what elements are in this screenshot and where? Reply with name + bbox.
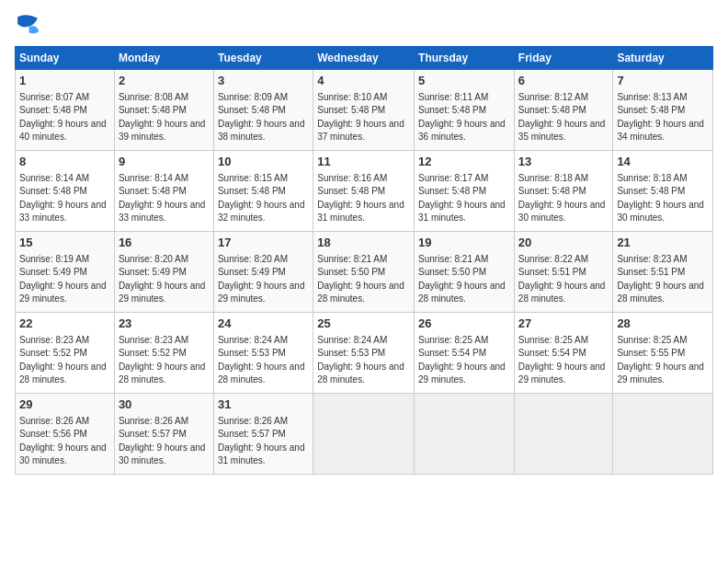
calendar-day-cell: 18 Sunrise: 8:21 AMSunset: 5:50 PMDaylig… — [313, 232, 415, 313]
day-number: 16 — [119, 235, 210, 251]
day-number: 7 — [617, 73, 709, 89]
day-number: 15 — [19, 235, 110, 251]
day-info: Sunrise: 8:25 AMSunset: 5:55 PMDaylight:… — [617, 335, 704, 385]
calendar-week-row: 29 Sunrise: 8:26 AMSunset: 5:56 PMDaylig… — [16, 394, 713, 475]
calendar-day-cell: 22 Sunrise: 8:23 AMSunset: 5:52 PMDaylig… — [16, 313, 115, 394]
day-info: Sunrise: 8:26 AMSunset: 5:57 PMDaylight:… — [218, 416, 305, 466]
calendar-day-cell: 21 Sunrise: 8:23 AMSunset: 5:51 PMDaylig… — [613, 232, 713, 313]
day-of-week-header: Friday — [514, 47, 613, 70]
day-number: 26 — [418, 316, 510, 332]
day-number: 27 — [518, 316, 609, 332]
day-info: Sunrise: 8:24 AMSunset: 5:53 PMDaylight:… — [317, 335, 404, 385]
day-number: 22 — [19, 316, 110, 332]
day-info: Sunrise: 8:08 AMSunset: 5:48 PMDaylight:… — [119, 92, 206, 143]
day-info: Sunrise: 8:07 AMSunset: 5:48 PMDaylight:… — [19, 92, 107, 143]
calendar-day-cell: 8 Sunrise: 8:14 AMSunset: 5:48 PMDayligh… — [16, 151, 115, 232]
calendar-day-cell: 23 Sunrise: 8:23 AMSunset: 5:52 PMDaylig… — [114, 313, 213, 394]
day-info: Sunrise: 8:26 AMSunset: 5:57 PMDaylight:… — [119, 416, 206, 466]
day-info: Sunrise: 8:09 AMSunset: 5:48 PMDaylight:… — [218, 92, 305, 143]
day-of-week-header: Thursday — [415, 47, 515, 70]
calendar-day-cell: 26 Sunrise: 8:25 AMSunset: 5:54 PMDaylig… — [415, 313, 515, 394]
calendar-day-cell: 24 Sunrise: 8:24 AMSunset: 5:53 PMDaylig… — [213, 313, 313, 394]
day-info: Sunrise: 8:19 AMSunset: 5:49 PMDaylight:… — [19, 254, 107, 304]
calendar-day-cell: 28 Sunrise: 8:25 AMSunset: 5:55 PMDaylig… — [613, 313, 713, 394]
day-number: 4 — [317, 73, 410, 89]
day-number: 25 — [317, 316, 410, 332]
day-info: Sunrise: 8:14 AMSunset: 5:48 PMDaylight:… — [19, 173, 107, 224]
calendar-day-cell: 25 Sunrise: 8:24 AMSunset: 5:53 PMDaylig… — [313, 313, 415, 394]
calendar-day-cell: 30 Sunrise: 8:26 AMSunset: 5:57 PMDaylig… — [114, 394, 213, 475]
day-number: 13 — [518, 154, 609, 170]
day-of-week-header: Tuesday — [213, 47, 313, 70]
calendar-week-row: 1 Sunrise: 8:07 AMSunset: 5:48 PMDayligh… — [16, 70, 713, 151]
day-info: Sunrise: 8:26 AMSunset: 5:56 PMDaylight:… — [19, 416, 107, 466]
day-info: Sunrise: 8:23 AMSunset: 5:51 PMDaylight:… — [617, 254, 704, 304]
day-number: 21 — [617, 235, 709, 251]
day-info: Sunrise: 8:22 AMSunset: 5:51 PMDaylight:… — [518, 254, 606, 304]
day-of-week-header: Saturday — [613, 47, 713, 70]
calendar-day-cell: 27 Sunrise: 8:25 AMSunset: 5:54 PMDaylig… — [514, 313, 613, 394]
day-info: Sunrise: 8:18 AMSunset: 5:48 PMDaylight:… — [617, 173, 704, 224]
day-info: Sunrise: 8:14 AMSunset: 5:48 PMDaylight:… — [119, 173, 206, 224]
calendar-day-cell: 2 Sunrise: 8:08 AMSunset: 5:48 PMDayligh… — [114, 70, 213, 151]
day-number: 30 — [119, 396, 210, 413]
calendar-day-cell: 12 Sunrise: 8:17 AMSunset: 5:48 PMDaylig… — [415, 151, 515, 232]
logo — [15, 11, 44, 37]
day-info: Sunrise: 8:20 AMSunset: 5:49 PMDaylight:… — [119, 254, 206, 304]
calendar-day-cell: 13 Sunrise: 8:18 AMSunset: 5:48 PMDaylig… — [514, 151, 613, 232]
day-info: Sunrise: 8:25 AMSunset: 5:54 PMDaylight:… — [518, 335, 606, 385]
calendar-day-cell — [313, 394, 415, 475]
calendar-day-cell: 20 Sunrise: 8:22 AMSunset: 5:51 PMDaylig… — [514, 232, 613, 313]
day-number: 3 — [218, 73, 309, 89]
day-number: 2 — [119, 73, 210, 89]
day-info: Sunrise: 8:18 AMSunset: 5:48 PMDaylight:… — [518, 173, 606, 224]
day-info: Sunrise: 8:23 AMSunset: 5:52 PMDaylight:… — [19, 335, 107, 385]
day-number: 31 — [218, 396, 309, 413]
calendar-day-cell: 16 Sunrise: 8:20 AMSunset: 5:49 PMDaylig… — [114, 232, 213, 313]
day-info: Sunrise: 8:16 AMSunset: 5:48 PMDaylight:… — [317, 173, 404, 224]
day-number: 28 — [617, 316, 709, 332]
day-number: 1 — [19, 73, 110, 89]
calendar-day-cell: 5 Sunrise: 8:11 AMSunset: 5:48 PMDayligh… — [415, 70, 515, 151]
calendar-table: SundayMondayTuesdayWednesdayThursdayFrid… — [15, 46, 713, 475]
calendar-day-cell: 29 Sunrise: 8:26 AMSunset: 5:56 PMDaylig… — [16, 394, 115, 475]
day-of-week-header: Monday — [114, 47, 213, 70]
day-info: Sunrise: 8:21 AMSunset: 5:50 PMDaylight:… — [418, 254, 506, 304]
calendar-day-cell: 1 Sunrise: 8:07 AMSunset: 5:48 PMDayligh… — [16, 70, 115, 151]
calendar-day-cell: 3 Sunrise: 8:09 AMSunset: 5:48 PMDayligh… — [213, 70, 313, 151]
header — [15, 11, 713, 37]
calendar-day-cell — [514, 394, 613, 475]
day-info: Sunrise: 8:13 AMSunset: 5:48 PMDaylight:… — [617, 92, 704, 143]
page-container: SundayMondayTuesdayWednesdayThursdayFrid… — [0, 0, 728, 486]
day-number: 29 — [19, 396, 110, 413]
calendar-day-cell: 9 Sunrise: 8:14 AMSunset: 5:48 PMDayligh… — [114, 151, 213, 232]
calendar-day-cell — [613, 394, 713, 475]
calendar-day-cell: 31 Sunrise: 8:26 AMSunset: 5:57 PMDaylig… — [213, 394, 313, 475]
day-number: 5 — [418, 73, 510, 89]
calendar-day-cell: 7 Sunrise: 8:13 AMSunset: 5:48 PMDayligh… — [613, 70, 713, 151]
calendar-day-cell: 10 Sunrise: 8:15 AMSunset: 5:48 PMDaylig… — [213, 151, 313, 232]
day-number: 9 — [119, 154, 210, 170]
day-number: 18 — [317, 235, 410, 251]
day-number: 14 — [617, 154, 709, 170]
day-info: Sunrise: 8:12 AMSunset: 5:48 PMDaylight:… — [518, 92, 606, 143]
calendar-day-cell — [415, 394, 515, 475]
calendar-body: 1 Sunrise: 8:07 AMSunset: 5:48 PMDayligh… — [16, 70, 713, 475]
day-info: Sunrise: 8:10 AMSunset: 5:48 PMDaylight:… — [317, 92, 404, 143]
day-info: Sunrise: 8:23 AMSunset: 5:52 PMDaylight:… — [119, 335, 206, 385]
day-number: 8 — [19, 154, 110, 170]
day-number: 17 — [218, 235, 309, 251]
calendar-day-cell: 6 Sunrise: 8:12 AMSunset: 5:48 PMDayligh… — [514, 70, 613, 151]
day-number: 6 — [518, 73, 609, 89]
day-info: Sunrise: 8:25 AMSunset: 5:54 PMDaylight:… — [418, 335, 506, 385]
day-number: 23 — [119, 316, 210, 332]
logo-icon — [15, 11, 40, 37]
calendar-day-cell: 14 Sunrise: 8:18 AMSunset: 5:48 PMDaylig… — [613, 151, 713, 232]
day-number: 19 — [418, 235, 510, 251]
calendar-day-cell: 4 Sunrise: 8:10 AMSunset: 5:48 PMDayligh… — [313, 70, 415, 151]
day-number: 20 — [518, 235, 609, 251]
calendar-week-row: 22 Sunrise: 8:23 AMSunset: 5:52 PMDaylig… — [16, 313, 713, 394]
calendar-day-cell: 15 Sunrise: 8:19 AMSunset: 5:49 PMDaylig… — [16, 232, 115, 313]
calendar-week-row: 15 Sunrise: 8:19 AMSunset: 5:49 PMDaylig… — [16, 232, 713, 313]
day-info: Sunrise: 8:20 AMSunset: 5:49 PMDaylight:… — [218, 254, 305, 304]
